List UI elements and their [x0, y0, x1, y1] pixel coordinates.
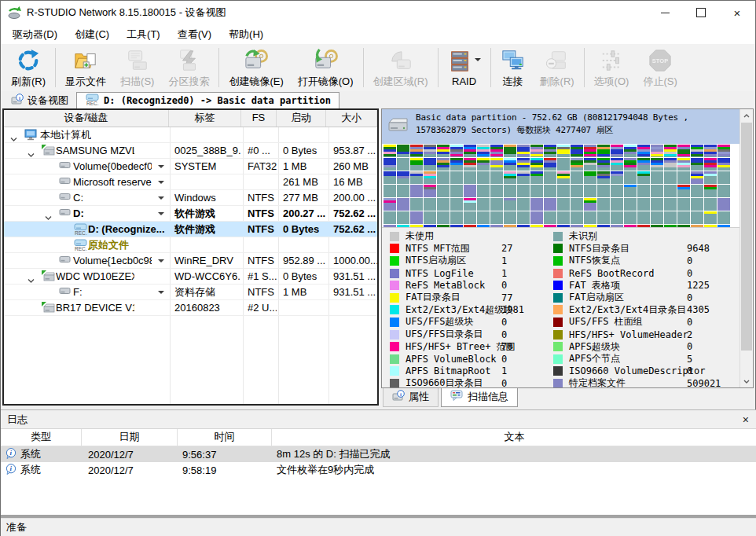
- view-tab-bar: i 设备视图 REC. D: (Recognized0) -> Basic da…: [1, 91, 755, 108]
- map-block: [450, 158, 463, 171]
- disk-icon: [42, 270, 56, 282]
- toolbar-button-delete[interactable]: 删除(R): [533, 44, 582, 91]
- start-cell: 1 MB: [283, 159, 327, 174]
- map-block: [664, 211, 677, 224]
- map-block: [477, 145, 490, 157]
- menu-item-tools[interactable]: 工具(T): [118, 25, 169, 44]
- menu-item-drive[interactable]: 驱动器(D): [4, 25, 66, 44]
- label-cell: SYSTEM: [174, 159, 240, 174]
- menu-item-create[interactable]: 创建(C): [66, 25, 118, 44]
- menu-bar: 驱动器(D)创建(C)工具(T)查看(V)帮助(H): [1, 24, 755, 44]
- device-row-3[interactable]: Microsoft reserve..261 MB16 MB: [4, 174, 377, 190]
- device-row-8[interactable]: Volume{1ecb0c98-..WinRE_DRVNTFS952.89 ..…: [4, 253, 377, 269]
- menu-item-help[interactable]: 帮助(H): [220, 25, 272, 44]
- row-dropdown-caret-icon[interactable]: [158, 165, 164, 171]
- log-row-0[interactable]: i系统2020/12/79:56:378m 12s 的 D: 扫描已完成: [1, 446, 756, 462]
- log-col-header-0[interactable]: 类型: [1, 429, 82, 446]
- map-block: [530, 198, 543, 211]
- close-button[interactable]: ×: [719, 1, 755, 24]
- map-block: [517, 198, 530, 211]
- legend-swatch: [553, 366, 563, 376]
- map-block: [691, 198, 703, 211]
- legend-item: Ext2/Ext3/Ext4超级块1981: [390, 304, 553, 317]
- row-dropdown-caret-icon[interactable]: [158, 259, 164, 266]
- legend-swatch: [390, 269, 399, 278]
- legend-label: UFS/FFS 柱面组: [569, 315, 643, 329]
- log-close-button[interactable]: ×: [743, 414, 749, 425]
- row-dropdown-caret-icon[interactable]: [158, 181, 164, 187]
- map-block: [530, 185, 543, 197]
- device-row-7[interactable]: REC.原始文件: [4, 237, 377, 253]
- legend-label: APFS BitmapRoot: [406, 365, 490, 376]
- toolbar-button-show-files[interactable]: 显示文件: [58, 44, 113, 91]
- legend-item: ISO9660 VolumeDescriptor0: [553, 365, 740, 378]
- log-col-header-3[interactable]: 文本: [272, 429, 756, 446]
- device-row-10[interactable]: F:资料存储NTFS1 MB931.51 ...: [4, 285, 377, 300]
- map-block: [704, 158, 717, 171]
- scroll-up-button[interactable]: [740, 109, 753, 122]
- log-col-header-1[interactable]: 日期: [82, 429, 178, 446]
- toolbar-button-scan[interactable]: 扫描(S): [113, 44, 161, 91]
- row-dropdown-caret-icon[interactable]: [158, 212, 164, 218]
- scan-info-tab-icon: [450, 390, 464, 404]
- device-row-5[interactable]: D:软件游戏NTFS200.27 ...752.62 ...: [4, 206, 377, 222]
- log-col-header-2[interactable]: 时间: [178, 429, 272, 446]
- device-row-4[interactable]: C:WindowsNTFS277 MB200.00 ...: [4, 190, 377, 206]
- legend-swatch: [553, 354, 563, 364]
- minimize-button[interactable]: [647, 1, 683, 24]
- toolbar-button-options[interactable]: 选项(O): [587, 44, 637, 91]
- tab-device-view[interactable]: i 设备视图: [3, 92, 76, 108]
- device-name: 原始文件: [88, 237, 129, 252]
- toolbar-button-partition-search[interactable]: 分区搜索: [161, 44, 216, 91]
- dropdown-arrow-icon[interactable]: [475, 58, 481, 64]
- toolbar-button-connect[interactable]: 连接: [494, 44, 533, 91]
- device-row-2[interactable]: Volume{0bedecf0-..SYSTEMFAT321 MB260 MB: [4, 159, 377, 174]
- start-cell: 261 MB: [283, 174, 327, 189]
- tab-scan-info[interactable]: 扫描信息: [441, 388, 518, 407]
- tab-recognized-partition[interactable]: REC. D: (Recognized0) -> Basic data part…: [76, 92, 339, 108]
- legend-swatch: [390, 354, 399, 364]
- scrollbar-thumb[interactable]: [741, 123, 752, 351]
- row-dropdown-caret-icon[interactable]: [158, 291, 164, 297]
- map-block: [557, 198, 570, 211]
- device-col-header-3[interactable]: 启动: [277, 110, 327, 127]
- toolbar-button-create-region[interactable]: 创建区域(R): [366, 44, 435, 91]
- map-block: [571, 211, 583, 224]
- legend-swatch: [390, 281, 399, 290]
- disk-icon: [42, 145, 56, 156]
- map-block: [637, 158, 650, 171]
- info-icon: i: [6, 450, 17, 461]
- map-block: [571, 198, 583, 211]
- map-block: [584, 198, 596, 211]
- device-row-6[interactable]: REC.D: (Recognize...软件游戏NTFS0 Bytes752.6…: [4, 222, 377, 237]
- device-row-1[interactable]: SAMSUNG MZVLB1T0...0025_388B_9...#0 ...0…: [4, 143, 377, 159]
- device-row-11[interactable]: BR17 DEVICE V1.00 1....20160823#2 U...: [4, 300, 377, 316]
- log-text-cell: 文件枚举在9秒内完成: [272, 463, 756, 477]
- log-row-1[interactable]: i系统2020/12/79:58:19文件枚举在9秒内完成: [1, 462, 756, 478]
- log-title-bar: 日志 ×: [1, 410, 756, 429]
- device-col-header-2[interactable]: FS: [241, 110, 277, 127]
- tab-properties[interactable]: i 属性: [383, 388, 439, 407]
- device-col-header-4[interactable]: 大小: [326, 110, 377, 127]
- device-row-9[interactable]: WDC WD10EZEX-08W...WD-WCC6Y6...#1 S...0 …: [4, 269, 377, 285]
- row-dropdown-caret-icon[interactable]: [158, 196, 164, 203]
- vertical-scrollbar[interactable]: [739, 109, 753, 387]
- map-block: [557, 185, 570, 197]
- menu-item-view[interactable]: 查看(V): [169, 25, 220, 44]
- device-name: D: (Recognize...: [88, 222, 165, 237]
- maximize-button[interactable]: [683, 1, 719, 24]
- legend-swatch: [553, 305, 563, 314]
- scroll-down-button[interactable]: [740, 375, 753, 387]
- toolbar-button-raid[interactable]: RAID: [441, 44, 488, 91]
- svg-text:REC.: REC.: [75, 246, 87, 251]
- toolbar-button-stop[interactable]: STOP停止(S): [636, 44, 684, 91]
- toolbar-button-open-image[interactable]: 打开镜像(O): [291, 44, 361, 91]
- device-col-header-1[interactable]: 标签: [169, 110, 241, 127]
- maximize-icon: [696, 8, 706, 17]
- toolbar-button-refresh[interactable]: 刷新(R): [4, 44, 53, 91]
- toolbar-button-create-image[interactable]: 创建镜像(E): [222, 44, 290, 91]
- map-block: [517, 185, 530, 197]
- map-block: [691, 171, 703, 184]
- device-row-0[interactable]: 本地计算机: [4, 127, 377, 143]
- map-block: [464, 185, 476, 197]
